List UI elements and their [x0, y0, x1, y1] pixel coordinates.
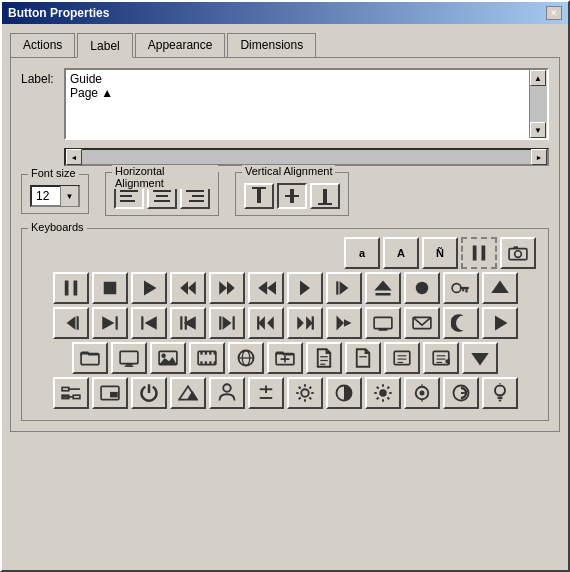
- key-camera[interactable]: [500, 237, 536, 269]
- svg-marker-31: [300, 281, 310, 296]
- key-circle[interactable]: [404, 377, 440, 409]
- key-prev[interactable]: [170, 307, 206, 339]
- key-sun[interactable]: [365, 377, 401, 409]
- key-play[interactable]: [131, 272, 167, 304]
- key-brightness[interactable]: [287, 377, 323, 409]
- rewind-step-icon: [178, 278, 198, 298]
- key-crescent[interactable]: [443, 307, 479, 339]
- tab-actions[interactable]: Actions: [10, 33, 75, 58]
- key-skip-f[interactable]: [209, 307, 245, 339]
- svg-rect-6: [186, 190, 204, 192]
- doc3-icon: [392, 348, 412, 368]
- key-pause2[interactable]: [53, 272, 89, 304]
- key-a[interactable]: a: [344, 237, 380, 269]
- key-key[interactable]: [443, 272, 479, 304]
- key-eject[interactable]: [365, 272, 401, 304]
- svg-rect-48: [180, 316, 182, 329]
- key-A[interactable]: A: [383, 237, 419, 269]
- key-film[interactable]: [189, 342, 225, 374]
- key-mail[interactable]: [404, 307, 440, 339]
- key-ff2[interactable]: [287, 307, 323, 339]
- key-image[interactable]: [150, 342, 186, 374]
- scroll-left-button[interactable]: ◄: [66, 149, 82, 165]
- key-stop[interactable]: [92, 272, 128, 304]
- key-down[interactable]: [462, 342, 498, 374]
- tab-dimensions[interactable]: Dimensions: [227, 33, 316, 58]
- svg-line-125: [298, 397, 300, 399]
- play-icon: [139, 278, 159, 298]
- key-up[interactable]: [482, 272, 518, 304]
- align-bottom-button[interactable]: [310, 183, 340, 209]
- font-size-row: 12 ▼: [30, 185, 80, 207]
- scroll-up-button[interactable]: ▲: [530, 70, 546, 86]
- key-rewind-step[interactable]: [170, 272, 206, 304]
- svg-marker-101: [471, 353, 489, 366]
- align-top-icon: [250, 187, 268, 205]
- key-doc[interactable]: [306, 342, 342, 374]
- key-pause[interactable]: [461, 237, 497, 269]
- svg-rect-78: [200, 361, 202, 364]
- svg-rect-40: [462, 289, 464, 291]
- tab-label[interactable]: Label: [77, 33, 132, 58]
- svg-rect-3: [153, 190, 171, 192]
- align-center-icon: [153, 188, 171, 204]
- svg-line-123: [309, 397, 311, 399]
- key-next-track[interactable]: [92, 307, 128, 339]
- key-bulb[interactable]: [482, 377, 518, 409]
- key-doc2[interactable]: [345, 342, 381, 374]
- key-clock[interactable]: [443, 377, 479, 409]
- svg-rect-77: [214, 351, 216, 354]
- rew2-icon: [256, 313, 276, 333]
- svg-marker-65: [495, 316, 508, 331]
- align-top-button[interactable]: [244, 183, 274, 209]
- key-tv[interactable]: [365, 307, 401, 339]
- key-contrast[interactable]: [326, 377, 362, 409]
- svg-rect-4: [156, 195, 168, 197]
- key-person[interactable]: [209, 377, 245, 409]
- font-size-dropdown-arrow[interactable]: ▼: [60, 186, 78, 206]
- key-power[interactable]: [131, 377, 167, 409]
- key-rew2[interactable]: [248, 307, 284, 339]
- align-middle-button[interactable]: [277, 183, 307, 209]
- tab-appearance[interactable]: Appearance: [135, 33, 226, 58]
- svg-marker-30: [267, 281, 276, 294]
- key-play-s[interactable]: [287, 272, 323, 304]
- key-monitor[interactable]: [111, 342, 147, 374]
- key-doc3[interactable]: [384, 342, 420, 374]
- close-button[interactable]: ✕: [546, 6, 562, 20]
- eject-icon: [373, 278, 393, 298]
- label-input[interactable]: Guide Page ▲: [66, 70, 529, 138]
- key-record[interactable]: [404, 272, 440, 304]
- ff2-icon: [295, 313, 315, 333]
- key-rew[interactable]: [248, 272, 284, 304]
- key-ff[interactable]: [209, 272, 245, 304]
- svg-marker-100: [445, 358, 449, 365]
- svg-rect-59: [311, 316, 313, 329]
- key-N-tilde[interactable]: Ñ: [422, 237, 458, 269]
- scroll-right-button[interactable]: ►: [531, 149, 547, 165]
- key-right[interactable]: [482, 307, 518, 339]
- key-plus-minus[interactable]: [248, 377, 284, 409]
- keyboard-row-4: [30, 377, 540, 409]
- key-skip-b[interactable]: [326, 272, 362, 304]
- key-doc4[interactable]: [423, 342, 459, 374]
- key-skip-s[interactable]: [53, 307, 89, 339]
- key-folder2[interactable]: [267, 342, 303, 374]
- key-globe[interactable]: [228, 342, 264, 374]
- key-settings[interactable]: [53, 377, 89, 409]
- horizontal-scrollbar-container: ◄ ►: [64, 148, 549, 166]
- key-pip[interactable]: [92, 377, 128, 409]
- key-folder[interactable]: [72, 342, 108, 374]
- vertical-scrollbar: ▲ ▼: [529, 70, 547, 138]
- key-slow[interactable]: [326, 307, 362, 339]
- svg-rect-17: [482, 246, 486, 261]
- svg-rect-8: [189, 200, 204, 202]
- key-mountain[interactable]: [170, 377, 206, 409]
- scroll-down-button[interactable]: ▼: [530, 122, 546, 138]
- label-textarea-container: Guide Page ▲ ▲ ▼: [64, 68, 549, 140]
- font-size-select[interactable]: 12 ▼: [30, 185, 80, 207]
- pip-icon: [100, 383, 120, 403]
- keyboard-row-0: a A Ñ: [30, 237, 540, 269]
- svg-line-133: [387, 397, 389, 399]
- key-prev-track[interactable]: [131, 307, 167, 339]
